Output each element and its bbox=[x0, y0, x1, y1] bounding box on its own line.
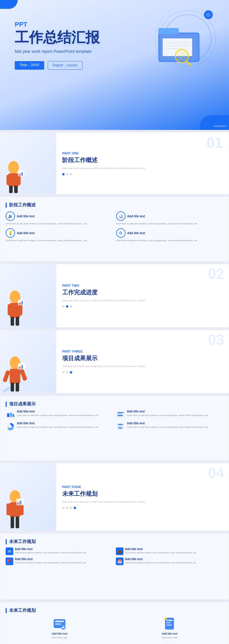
part-three-illus: 火酷图汉 bbox=[0, 330, 56, 393]
rl-text-1: Add title text Click here to add text co… bbox=[17, 410, 99, 417]
fl-icon-4: 📅 bbox=[116, 557, 123, 565]
svg-rect-41 bbox=[19, 303, 20, 305]
rl-item-1: Add title text Click here to add text co… bbox=[6, 410, 113, 419]
fl-t4: Add title text bbox=[125, 557, 197, 561]
svg-rect-90 bbox=[20, 500, 21, 505]
rl-d3: Click here to add text content, such as … bbox=[17, 425, 99, 429]
section-title-3: 阶段工作概述 bbox=[9, 202, 36, 208]
svg-rect-60 bbox=[20, 366, 21, 369]
svg-rect-88 bbox=[17, 503, 18, 505]
item-2-header: 📊 Add title text bbox=[116, 211, 224, 221]
rl-t3: Add title text bbox=[17, 422, 99, 425]
fl-t1: Add title text bbox=[15, 547, 87, 551]
part-desc: Hale year work report your content your … bbox=[62, 167, 223, 170]
svg-rect-22 bbox=[19, 174, 20, 176]
dot-4-1 bbox=[62, 507, 65, 509]
svg-rect-99 bbox=[166, 625, 172, 626]
slide-row-2: 01 PART ONE 阶段工作概述 Hale year work report… bbox=[0, 132, 229, 194]
ft-item-4: Add title text Click here to add bbox=[116, 641, 224, 644]
part3-dots bbox=[62, 371, 223, 374]
slide-title: PPT 工作总结汇报 Mid year work report PowerPoi… bbox=[0, 0, 229, 130]
svg-rect-97 bbox=[166, 620, 173, 621]
slide-future-left: 未来工作规划 ✉ Add title text Click here to ad… bbox=[0, 533, 229, 600]
part-one-text: 01 PART ONE 阶段工作概述 Hale year work report… bbox=[56, 133, 229, 194]
svg-rect-18 bbox=[17, 175, 21, 185]
item-4-text: Click here to add text content, such as … bbox=[116, 239, 224, 242]
dot-3-2 bbox=[66, 371, 68, 374]
svg-rect-80 bbox=[118, 428, 122, 428]
part-dots bbox=[62, 173, 223, 175]
ft-title: 未来工作规划 bbox=[9, 608, 36, 613]
char-svg bbox=[2, 159, 25, 194]
item-2-title: Add title text bbox=[127, 215, 145, 218]
ft-grid: Add title text Click here to add Add tit… bbox=[6, 616, 223, 644]
part4-label: PART FOUR bbox=[62, 485, 223, 489]
svg-rect-39 bbox=[16, 317, 19, 326]
part2-desc: Hale year work report your content your … bbox=[62, 299, 223, 302]
svg-rect-23 bbox=[20, 173, 21, 176]
rl-header-bar bbox=[6, 402, 7, 407]
fl-text-3: Add title text Click here to add text co… bbox=[15, 557, 87, 564]
fl-text-2: Add title text Click here to add text co… bbox=[125, 547, 197, 554]
part-two-illus bbox=[0, 264, 56, 327]
svg-rect-38 bbox=[11, 317, 14, 326]
results-left-grid: Add title text Click here to add text co… bbox=[6, 410, 223, 431]
char3-svg bbox=[2, 355, 28, 393]
part3-title-cn: 项目成果展示 bbox=[62, 354, 223, 362]
slide-row-6: 项目成果展示 Add title text Click here to add … bbox=[0, 396, 229, 461]
part2-title-cn: 工作完成进度 bbox=[62, 288, 223, 296]
ft-t1: Add title text bbox=[51, 632, 67, 635]
fl-icon-3: 🚩 bbox=[6, 557, 13, 565]
svg-rect-54 bbox=[2, 370, 10, 382]
fl-icon-1: ✉ bbox=[6, 547, 13, 555]
svg-rect-83 bbox=[6, 503, 11, 515]
slide-part-two: 02 PART TWO 工作完成进度 Hale year work report… bbox=[0, 264, 229, 327]
item-1-header: 🔊 Add title text bbox=[6, 211, 113, 221]
item-2: 📊 Add title text Click here to add text … bbox=[116, 211, 224, 225]
svg-rect-17 bbox=[6, 175, 10, 185]
ft-header-bar bbox=[6, 608, 7, 613]
svg-rect-74 bbox=[118, 415, 123, 416]
dot-1 bbox=[62, 173, 65, 175]
item-1-text: Click here to add text content, such as … bbox=[6, 222, 113, 225]
fl-header: 未来工作规划 bbox=[6, 539, 223, 544]
dot-2-2 bbox=[66, 305, 68, 308]
rl-icon-1 bbox=[6, 410, 15, 419]
rl-d4: Click here to add text content, such as … bbox=[127, 425, 209, 429]
fl-d4: Click here to add text content, such as … bbox=[125, 561, 197, 564]
item-2-icon: 📊 bbox=[116, 211, 126, 221]
svg-point-15 bbox=[8, 161, 19, 174]
rl-text-2: Add title text Click here to add text co… bbox=[127, 410, 209, 417]
ft-icon-1 bbox=[52, 616, 67, 631]
svg-rect-55 bbox=[19, 369, 27, 381]
svg-rect-89 bbox=[19, 501, 20, 505]
part3-num-bg: 03 bbox=[208, 332, 224, 347]
subtitle-text: Mid year work report PowerPoint template bbox=[15, 49, 100, 54]
part-four-text: 04 PART FOUR 未来工作规划 Hale year work repor… bbox=[56, 463, 229, 531]
item-3-header: 💡 Add title text bbox=[6, 228, 113, 238]
part2-num-bg: 02 bbox=[208, 267, 224, 281]
svg-rect-95 bbox=[62, 627, 64, 628]
fl-header-bar bbox=[6, 539, 7, 544]
part-label: PART ONE bbox=[62, 151, 223, 155]
fl-item-1: ✉ Add title text Click here to add text … bbox=[6, 547, 113, 555]
title-illustration bbox=[126, 6, 220, 94]
slide-part-four: 04 PART FOUR 未来工作规划 Hale year work repor… bbox=[0, 463, 229, 531]
part-one-illus bbox=[0, 133, 56, 194]
part3-label: PART THREE bbox=[62, 350, 223, 353]
dot-2-3 bbox=[70, 305, 72, 308]
corner-deco-tl bbox=[0, 0, 18, 9]
rl-text-3: Add title text Click here to add text co… bbox=[17, 422, 99, 429]
four-items-grid: 🔊 Add title text Click here to add text … bbox=[6, 211, 223, 242]
item-1-icon: 🔊 bbox=[6, 211, 15, 221]
corner-blue bbox=[200, 115, 229, 130]
svg-point-76 bbox=[9, 425, 12, 428]
ft-t2: Add title text bbox=[162, 632, 178, 635]
part-title-cn: 阶段工作概述 bbox=[62, 156, 223, 164]
rl-item-4: Add title text Click here to add text co… bbox=[116, 422, 224, 431]
part4-title-cn: 未来工作规划 bbox=[62, 490, 223, 498]
tag-row: Time：20XX Report：xxxxxx bbox=[15, 61, 100, 70]
tag2: Report：xxxxxx bbox=[48, 61, 83, 70]
ft-item-3: Add title text Click here to add bbox=[6, 641, 113, 644]
part-two-text: 02 PART TWO 工作完成进度 Hale year work report… bbox=[56, 264, 229, 327]
